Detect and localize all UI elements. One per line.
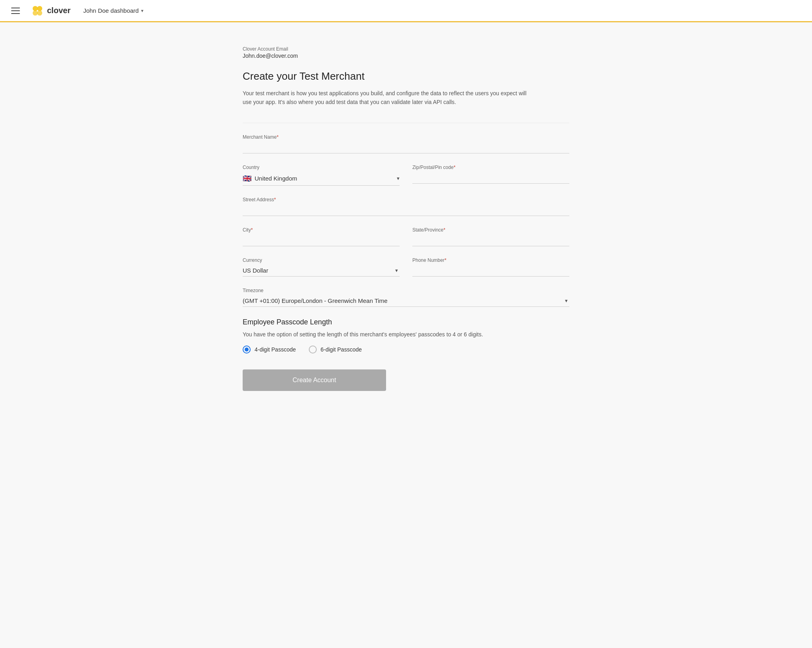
currency-select-wrapper: US Dollar Euro British Pound ▾: [243, 265, 400, 277]
city-state-row: City* State/Province*: [243, 227, 569, 246]
svg-point-2: [33, 10, 38, 16]
svg-point-1: [37, 6, 42, 11]
email-value: John.doe@clover.com: [243, 53, 569, 59]
street-address-label: Street Address*: [243, 197, 569, 202]
passcode-section-title: Employee Passcode Length: [243, 318, 569, 326]
logo-text: clover: [47, 6, 71, 15]
passcode-6-label: 6-digit Passcode: [321, 346, 362, 353]
country-select[interactable]: United Kingdom United States Canada: [255, 175, 397, 182]
city-label: City*: [243, 227, 400, 233]
email-label: Clover Account Email: [243, 46, 569, 52]
city-input[interactable]: [243, 234, 400, 246]
dashboard-selector-label: John Doe dashboard: [83, 7, 139, 14]
currency-col: Currency US Dollar Euro British Pound ▾: [243, 257, 400, 277]
logo: clover: [31, 4, 71, 17]
country-select-wrapper: 🇬🇧 United Kingdom United States Canada ▾: [243, 172, 400, 186]
header: clover John Doe dashboard ▾: [0, 0, 812, 22]
merchant-name-label: Merchant Name*: [243, 134, 569, 140]
zip-input[interactable]: [412, 172, 569, 184]
phone-input[interactable]: [412, 265, 569, 277]
timezone-group: Timezone (GMT +01:00) Europe/London - Gr…: [243, 288, 569, 307]
main-content: Clover Account Email John.doe@clover.com…: [227, 22, 585, 415]
divider: [243, 123, 569, 123]
passcode-6-option[interactable]: 6-digit Passcode: [309, 346, 362, 353]
create-account-button[interactable]: Create Account: [243, 369, 386, 391]
passcode-6-radio[interactable]: [309, 346, 317, 353]
hamburger-menu-button[interactable]: [10, 6, 22, 16]
timezone-select-wrapper: (GMT +01:00) Europe/London - Greenwich M…: [243, 295, 569, 307]
merchant-name-group: Merchant Name*: [243, 134, 569, 153]
dashboard-chevron-icon: ▾: [141, 8, 143, 14]
clover-logo-icon: [31, 4, 44, 17]
street-address-input[interactable]: [243, 204, 569, 216]
country-col: Country 🇬🇧 United Kingdom United States …: [243, 165, 400, 186]
country-chevron-icon: ▾: [397, 175, 400, 181]
country-zip-row: Country 🇬🇧 United Kingdom United States …: [243, 165, 569, 186]
passcode-4-label: 4-digit Passcode: [255, 346, 296, 353]
svg-point-0: [33, 6, 38, 11]
passcode-4-option[interactable]: 4-digit Passcode: [243, 346, 296, 353]
email-section: Clover Account Email John.doe@clover.com: [243, 46, 569, 59]
passcode-4-radio[interactable]: [243, 346, 251, 353]
city-col: City*: [243, 227, 400, 246]
phone-col: Phone Number*: [412, 257, 569, 277]
state-col: State/Province*: [412, 227, 569, 246]
currency-phone-row: Currency US Dollar Euro British Pound ▾ …: [243, 257, 569, 277]
page-description: Your test merchant is how you test appli…: [243, 89, 530, 107]
page-title: Create your Test Merchant: [243, 70, 569, 82]
currency-select[interactable]: US Dollar Euro British Pound: [243, 265, 400, 276]
passcode-section-desc: You have the option of setting the lengt…: [243, 331, 569, 338]
street-address-group: Street Address*: [243, 197, 569, 216]
country-label: Country: [243, 165, 400, 170]
state-label: State/Province*: [412, 227, 569, 233]
merchant-name-input[interactable]: [243, 141, 569, 153]
phone-label: Phone Number*: [412, 257, 569, 263]
dashboard-selector[interactable]: John Doe dashboard ▾: [83, 7, 143, 14]
state-input[interactable]: [412, 234, 569, 246]
zip-col: Zip/Postal/Pin code*: [412, 165, 569, 186]
country-flag: 🇬🇧: [243, 174, 251, 183]
timezone-label: Timezone: [243, 288, 569, 293]
zip-label: Zip/Postal/Pin code*: [412, 165, 569, 170]
passcode-radio-group: 4-digit Passcode 6-digit Passcode: [243, 346, 569, 353]
timezone-select[interactable]: (GMT +01:00) Europe/London - Greenwich M…: [243, 295, 569, 306]
svg-point-3: [37, 10, 42, 16]
currency-label: Currency: [243, 257, 400, 263]
passcode-section: Employee Passcode Length You have the op…: [243, 318, 569, 353]
